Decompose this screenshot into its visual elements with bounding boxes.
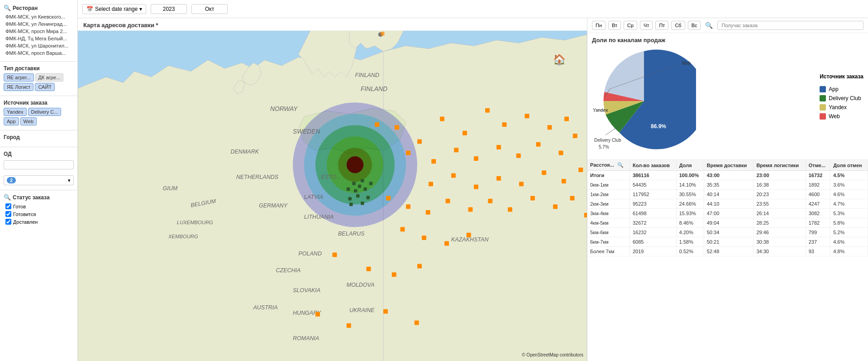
day-btn-sat[interactable]: Сб xyxy=(671,21,685,30)
svg-text:XEMBOURG: XEMBOURG xyxy=(168,234,198,239)
svg-rect-90 xyxy=(369,182,373,185)
pie-chart: 86.9% App Delivery Club Yandex xyxy=(592,49,696,153)
cell-cancelled: 3082 xyxy=(806,209,830,218)
cell-orders: 54435 xyxy=(630,180,677,190)
cell-logistics: 29:46 xyxy=(754,228,806,237)
svg-rect-36 xyxy=(502,122,507,127)
number-badge: 2 xyxy=(7,177,16,183)
list-item[interactable]: ФМК-НД, Тц Мега Белый... xyxy=(4,35,74,42)
legend-color-delivery-club xyxy=(820,95,826,101)
map-panel: Карта адресов доставки * xyxy=(78,18,587,361)
legend-item-app: App xyxy=(820,86,863,92)
day-btn-wed[interactable]: Ср xyxy=(624,21,637,30)
legend-item-yandex: Yandex xyxy=(820,104,863,111)
cell-orders: 2019 xyxy=(630,247,677,256)
day-btn-tue[interactable]: Вт xyxy=(608,21,621,30)
cell-delivery: 52:48 xyxy=(704,247,754,256)
svg-text:GERMANY: GERMANY xyxy=(259,202,288,209)
search-icon-table[interactable]: 🔍 xyxy=(617,162,624,168)
cell-range: Более 7км xyxy=(587,247,630,256)
cell-delivery: 47:00 xyxy=(704,209,754,218)
status-item-preparing[interactable]: Готовится xyxy=(4,210,74,218)
pie-chart-wrapper: Доли по каналам продаж xyxy=(592,37,815,156)
map-container[interactable]: NORWAY SWEDEN DENMARK ESTO... LATVIA LIT… xyxy=(78,31,587,361)
pie-section: Доли по каналам продаж xyxy=(587,33,868,160)
cell-cancel-share: 4.6% xyxy=(830,237,868,247)
list-item[interactable]: ФМК-МСК, просп Мира 2... xyxy=(4,28,74,35)
city-title: Город xyxy=(4,134,74,140)
month-selector[interactable]: Окт xyxy=(191,4,228,14)
svg-rect-82 xyxy=(358,185,362,188)
pie-legend: Источник заказа App Delivery Club Yandex xyxy=(820,37,863,156)
svg-rect-52 xyxy=(496,176,501,181)
status-checkbox-ready[interactable] xyxy=(5,203,11,209)
date-range-button[interactable]: 📅 Select date range ▾ xyxy=(82,4,146,14)
search-button[interactable]: 🔍 xyxy=(703,21,715,30)
tag-site[interactable]: САЙТ xyxy=(35,83,55,91)
svg-rect-67 xyxy=(401,227,405,231)
tag-app[interactable]: App xyxy=(4,117,19,125)
svg-rect-60 xyxy=(446,199,450,203)
cell-share: 4.20% xyxy=(676,228,704,237)
tag-ye-log[interactable]: ЯЕ Логист xyxy=(4,83,33,91)
status-checkbox-delivered[interactable] xyxy=(5,219,11,225)
svg-text:SWEDEN: SWEDEN xyxy=(293,128,320,135)
svg-text:5.7%: 5.7% xyxy=(599,144,609,149)
tag-ye-agr[interactable]: ЯЕ агрег... xyxy=(4,73,34,82)
tag-delivery-club[interactable]: Delivery C... xyxy=(28,108,62,116)
day-btn-mon[interactable]: Пн xyxy=(592,21,606,30)
day-btn-thu[interactable]: Чт xyxy=(640,21,653,30)
topbar: 📅 Select date range ▾ 2023 Окт xyxy=(78,0,868,18)
svg-rect-95 xyxy=(381,32,385,36)
svg-rect-69 xyxy=(444,241,449,246)
day-btn-sun[interactable]: Вс xyxy=(688,21,701,30)
od-input[interactable] xyxy=(4,160,74,169)
svg-rect-59 xyxy=(426,210,430,215)
svg-text:Yandex: Yandex xyxy=(593,108,608,113)
svg-text:FINLAND: FINLAND xyxy=(361,86,387,92)
cell-range: 5км-6км xyxy=(587,228,630,237)
order-search-input[interactable] xyxy=(717,21,863,30)
list-item[interactable]: ФМК-МСК, ул Шаронитил... xyxy=(4,42,74,49)
delivery-type-tags: ЯЕ агрег... ДК агре... ЯЕ Логист САЙТ xyxy=(4,73,74,91)
tag-web[interactable]: Web xyxy=(20,117,37,125)
tag-yandex[interactable]: Yandex xyxy=(4,108,27,116)
cell-cancel-share: 4.8% xyxy=(830,247,868,256)
svg-text:NORWAY: NORWAY xyxy=(270,106,298,112)
day-btn-fri[interactable]: Пт xyxy=(655,21,668,30)
list-item[interactable]: ФМК-МСК, просп Варша... xyxy=(4,49,74,57)
list-item[interactable]: ФМК-МСК, ул Ленинград... xyxy=(4,20,74,28)
svg-text:SLOVAKIA: SLOVAKIA xyxy=(293,287,320,294)
svg-rect-92 xyxy=(361,202,364,205)
cell-share: 0.52% xyxy=(676,247,704,256)
search-icon: 🔍 xyxy=(4,194,11,201)
totals-delivery: 43:00 xyxy=(704,171,754,180)
cell-cancel-share: 5.2% xyxy=(830,228,868,237)
dropdown-arrow-icon: ▾ xyxy=(139,6,142,12)
cell-delivery: 50:21 xyxy=(704,237,754,247)
list-item[interactable]: ФМК-МСК, ул Киевского... xyxy=(4,13,74,20)
map-credit: © OpenStreetMap contributors xyxy=(522,352,583,357)
cell-logistics: 20:23 xyxy=(754,190,806,199)
cell-orders: 32672 xyxy=(630,218,677,228)
delivery-type-section: Тип доставки ЯЕ агрег... ДК агре... ЯЕ Л… xyxy=(0,63,77,94)
svg-rect-55 xyxy=(562,179,566,183)
totals-cancelled: 16732 xyxy=(806,171,830,180)
status-checkbox-preparing[interactable] xyxy=(5,211,11,217)
status-item-ready[interactable]: Готов xyxy=(4,202,74,210)
svg-text:AUSTRIA: AUSTRIA xyxy=(253,304,278,311)
svg-rect-72 xyxy=(367,267,371,271)
table-row: 4км-5км 32672 8.46% 49:04 28:25 1782 5.8… xyxy=(587,218,868,228)
cell-cancelled: 93 xyxy=(806,247,830,256)
svg-text:ESTO...: ESTO... xyxy=(321,174,341,180)
status-item-delivered[interactable]: Доставлен xyxy=(4,218,74,226)
cell-share: 15.93% xyxy=(676,209,704,218)
svg-text:BELARUS: BELARUS xyxy=(338,231,365,237)
year-selector[interactable]: 2023 xyxy=(151,4,187,14)
cell-range: 3км-4км xyxy=(587,209,630,218)
status-list: Готов Готовится Доставлен xyxy=(4,202,74,226)
table-row: 0км-1км 54435 14.10% 35:35 16:38 1892 3.… xyxy=(587,180,868,190)
cell-orders: 16232 xyxy=(630,228,677,237)
number-filter-dropdown[interactable]: 2 ▾ xyxy=(4,175,74,185)
tag-dk-agr[interactable]: ДК агре... xyxy=(35,73,63,82)
